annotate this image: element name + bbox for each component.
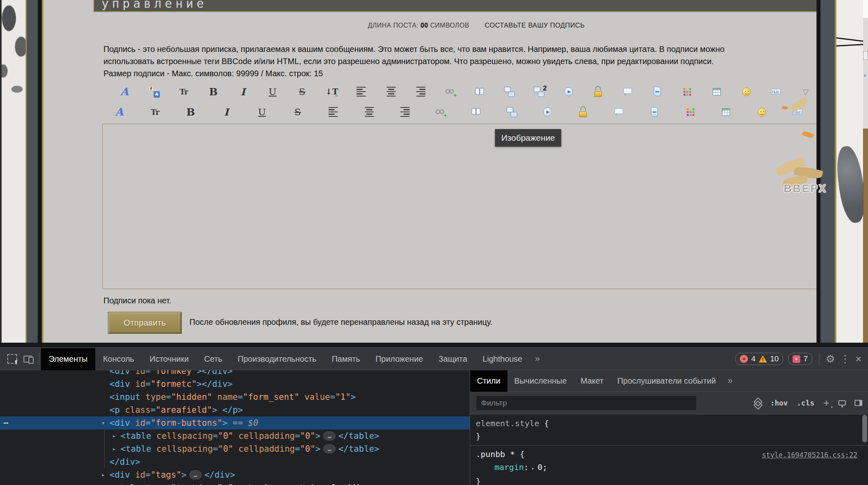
- tab-sources[interactable]: Источники: [142, 348, 197, 370]
- image-icon[interactable]: [506, 105, 518, 118]
- italic-icon[interactable]: I: [237, 85, 249, 98]
- align-left-icon[interactable]: [355, 85, 367, 98]
- tree-node[interactable]: ▸<table cellspacing="0" cellpadding="0">…: [0, 442, 470, 455]
- rendering-layers-icon[interactable]: [753, 399, 761, 408]
- settings-gear-icon[interactable]: ⚙: [826, 354, 835, 364]
- bold-icon[interactable]: B: [185, 105, 197, 118]
- font-color-icon[interactable]: A: [113, 105, 125, 118]
- video-icon[interactable]: ▶: [563, 85, 575, 98]
- css-property[interactable]: margin:▸0;: [476, 461, 868, 475]
- font-size-icon[interactable]: Tr: [178, 85, 190, 98]
- align-center-icon[interactable]: [363, 105, 375, 118]
- font-size-icon[interactable]: Tr: [149, 105, 161, 118]
- font-color-icon[interactable]: A: [118, 85, 131, 98]
- new-style-rule-icon[interactable]: +: [823, 397, 829, 409]
- tree-node[interactable]: <input type="hidden" name="form_sent" va…: [0, 391, 470, 403]
- kebab-menu-icon[interactable]: ⋮: [840, 354, 851, 364]
- console-status-badge[interactable]: × 4 ! 10: [735, 353, 783, 365]
- collapse-arrow-icon[interactable]: ▾: [101, 416, 105, 429]
- styles-filter-input[interactable]: [481, 399, 692, 408]
- tree-node[interactable]: ⋯▾<div id="form-buttons"> == $0: [0, 416, 470, 429]
- hidden-lock-icon[interactable]: [577, 105, 589, 118]
- table-icon[interactable]: [720, 105, 732, 118]
- expand-arrow-icon[interactable]: ▸: [101, 468, 105, 481]
- image2-icon[interactable]: 2: [533, 85, 545, 98]
- code-script-icon[interactable]: <>: [651, 85, 664, 98]
- tab-network[interactable]: Сеть: [196, 348, 230, 370]
- stylesheet-link[interactable]: style.1694705216.css:22: [762, 449, 857, 461]
- hidden-lock-icon[interactable]: [592, 85, 604, 98]
- close-devtools-icon[interactable]: ×: [855, 354, 862, 364]
- align-right-icon[interactable]: [399, 105, 411, 118]
- back-to-top-button[interactable]: ВВЕРХ: [784, 182, 827, 195]
- align-right-icon[interactable]: [415, 85, 427, 98]
- tab-styles[interactable]: Стили: [470, 370, 507, 392]
- underline-icon[interactable]: U: [266, 85, 279, 98]
- color-palette-icon[interactable]: [684, 105, 696, 118]
- paint-brush-icon[interactable]: [838, 400, 846, 406]
- spoiler-bubble-icon[interactable]: [622, 85, 634, 98]
- image-icon[interactable]: [503, 85, 516, 98]
- signature-textarea[interactable]: [102, 124, 845, 289]
- tab-computed[interactable]: Вычисленные: [507, 370, 574, 392]
- video-icon[interactable]: ▶: [541, 105, 554, 118]
- tab-lighthouse[interactable]: Lighthouse: [475, 348, 530, 370]
- tree-node[interactable]: <style type="text/css">#post-sig .contai…: [0, 481, 470, 485]
- table-icon[interactable]: [711, 85, 723, 98]
- more-tabs-icon[interactable]: »: [723, 376, 737, 386]
- text-direction-icon[interactable]: ↓T→: [326, 85, 338, 98]
- more-tabs-icon[interactable]: »: [530, 354, 545, 364]
- tab-layout[interactable]: Макет: [574, 370, 610, 392]
- issues-badge[interactable]: × 7: [788, 353, 812, 365]
- strikethrough-icon[interactable]: S: [292, 105, 304, 118]
- link-icon[interactable]: +: [444, 85, 456, 98]
- spoiler-bubble-icon[interactable]: [613, 105, 625, 118]
- submit-button[interactable]: Отправить: [108, 312, 181, 333]
- smiley-icon[interactable]: [740, 85, 752, 98]
- device-toolbar-icon[interactable]: [24, 356, 32, 363]
- quote-book-icon[interactable]: [474, 85, 486, 98]
- color-palette-icon[interactable]: [681, 85, 693, 98]
- translate-icon[interactable]: 7A: [148, 85, 160, 98]
- dock-sidebar-icon[interactable]: [855, 400, 862, 406]
- underline-icon[interactable]: U: [256, 105, 268, 118]
- expand-arrow-icon[interactable]: ▸: [112, 442, 116, 455]
- tab-memory[interactable]: Память: [324, 348, 368, 370]
- align-center-icon[interactable]: [385, 85, 397, 98]
- more-triangle-icon[interactable]: ▽: [799, 85, 812, 98]
- link-icon[interactable]: +: [434, 105, 447, 118]
- tab-elements[interactable]: Элементы: [41, 348, 95, 370]
- bold-icon[interactable]: B: [207, 85, 219, 98]
- italic-icon[interactable]: I: [220, 105, 232, 118]
- tree-node[interactable]: <div id="formkey"></div>: [0, 370, 470, 378]
- tab-event-listeners[interactable]: Прослушиватели событий: [610, 370, 723, 392]
- tree-node[interactable]: <p class="areafield"> </p>: [0, 403, 470, 416]
- quote-book-icon[interactable]: [470, 105, 482, 118]
- tree-node[interactable]: ▸<table cellspacing="0" cellpadding="0">…: [0, 429, 470, 442]
- tree-node[interactable]: <div id="formetc"></div>: [0, 378, 470, 391]
- tab-application[interactable]: Приложение: [368, 348, 431, 370]
- expand-arrow-icon[interactable]: ▸: [112, 429, 116, 442]
- toggle-hover-state[interactable]: :hov: [770, 399, 788, 407]
- tree-node[interactable]: </div>: [0, 455, 470, 468]
- inline-ellipsis-icon[interactable]: …: [323, 431, 335, 440]
- tab-console[interactable]: Консоль: [95, 348, 142, 370]
- page-scrollbar[interactable]: ›: [863, 0, 868, 343]
- smiley-icon[interactable]: [756, 105, 768, 118]
- scrollbar-thumb[interactable]: [863, 129, 868, 343]
- align-left-icon[interactable]: [327, 105, 339, 118]
- node-actions-icon[interactable]: ⋯: [3, 416, 9, 429]
- tab-security[interactable]: Защита: [431, 348, 475, 370]
- keyboard-icon[interactable]: [770, 85, 782, 98]
- inline-ellipsis-icon[interactable]: …: [189, 470, 202, 479]
- code-script-icon[interactable]: <>: [649, 105, 661, 118]
- inspect-element-icon[interactable]: [7, 354, 17, 364]
- expand-property-icon[interactable]: ▸: [531, 465, 535, 471]
- inline-ellipsis-icon[interactable]: …: [323, 444, 335, 453]
- styles-scrollbar-thumb[interactable]: [862, 415, 867, 442]
- strikethrough-icon[interactable]: S: [296, 85, 308, 98]
- toggle-element-classes[interactable]: .cls: [797, 399, 814, 407]
- tab-performance[interactable]: Производительность: [230, 348, 324, 370]
- tree-node[interactable]: ▸<div id="tags">…</div>: [0, 468, 470, 481]
- elements-tree-panel: <div id="formkey"></div><div id="formetc…: [0, 370, 470, 485]
